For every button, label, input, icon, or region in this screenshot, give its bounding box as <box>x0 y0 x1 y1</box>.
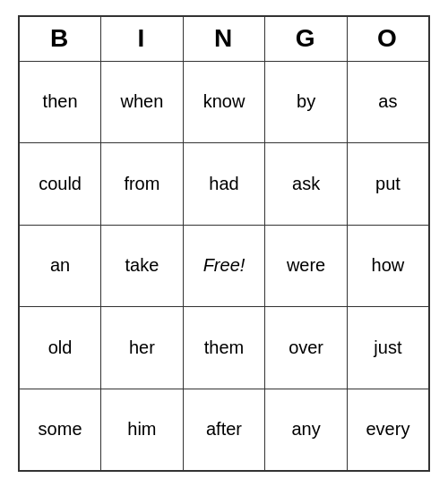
bingo-card: BINGO thenwhenknowbyascouldfromhadaskput… <box>18 15 430 472</box>
bingo-cell: could <box>19 143 101 226</box>
bingo-cell: were <box>265 225 348 307</box>
bingo-cell: any <box>265 389 348 471</box>
bingo-cell: over <box>265 307 348 389</box>
bingo-header-cell: B <box>19 16 101 61</box>
bingo-cell: after <box>183 389 265 471</box>
bingo-cell: her <box>101 307 184 389</box>
bingo-row: thenwhenknowbyas <box>19 61 429 143</box>
free-cell: Free! <box>183 225 265 307</box>
bingo-cell: then <box>19 61 101 143</box>
bingo-cell: every <box>347 389 429 471</box>
bingo-row: antakeFree!werehow <box>19 225 429 307</box>
bingo-cell: some <box>19 389 101 471</box>
bingo-row: somehimafteranyevery <box>19 389 429 471</box>
bingo-header-cell: O <box>347 16 429 61</box>
bingo-cell: old <box>19 307 101 389</box>
bingo-cell: as <box>347 61 429 143</box>
bingo-row: couldfromhadaskput <box>19 143 429 226</box>
bingo-cell: from <box>101 143 184 226</box>
bingo-cell: an <box>19 225 101 307</box>
bingo-cell: take <box>101 225 184 307</box>
bingo-header-cell: I <box>101 16 184 61</box>
bingo-cell: had <box>183 143 265 226</box>
bingo-header-cell: N <box>183 16 265 61</box>
bingo-row: oldherthemoverjust <box>19 307 429 389</box>
bingo-cell: him <box>101 389 184 471</box>
bingo-header-row: BINGO <box>19 16 429 61</box>
bingo-cell: by <box>265 61 348 143</box>
bingo-cell: when <box>101 61 184 143</box>
bingo-cell: them <box>183 307 265 389</box>
bingo-header-cell: G <box>265 16 348 61</box>
bingo-cell: put <box>347 143 429 226</box>
bingo-cell: just <box>347 307 429 389</box>
bingo-cell: how <box>347 225 429 307</box>
bingo-cell: know <box>183 61 265 143</box>
bingo-cell: ask <box>265 143 348 226</box>
